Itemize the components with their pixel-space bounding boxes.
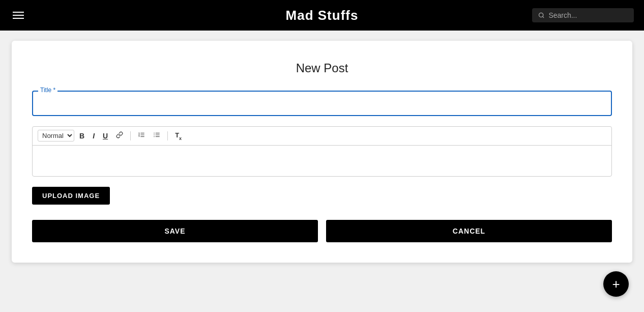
italic-button[interactable]: I <box>90 130 98 141</box>
svg-point-11 <box>154 133 154 133</box>
format-select[interactable]: Normal <box>38 130 74 141</box>
editor-container: Normal B I U 1 <box>32 126 612 177</box>
fab-button[interactable]: + <box>603 271 629 297</box>
svg-text:3: 3 <box>138 135 140 137</box>
bold-button[interactable]: B <box>76 130 87 141</box>
editor-body[interactable] <box>33 146 611 176</box>
svg-line-1 <box>543 16 544 17</box>
search-input[interactable] <box>548 11 628 19</box>
search-icon <box>538 12 544 19</box>
clear-format-button[interactable]: Tx <box>172 130 185 142</box>
link-button[interactable] <box>113 130 126 141</box>
toolbar-divider-1 <box>130 131 131 140</box>
page-title: New Post <box>32 61 612 75</box>
save-button[interactable]: SAVE <box>32 220 318 242</box>
app-header: Mad Stuffs <box>0 0 644 31</box>
action-buttons: SAVE CANCEL <box>32 220 612 242</box>
title-field-wrapper: Title * <box>32 91 612 116</box>
ordered-list-button[interactable]: 1 2 3 <box>135 130 148 141</box>
title-label: Title * <box>38 87 57 94</box>
svg-point-13 <box>154 136 154 137</box>
menu-icon[interactable] <box>10 9 26 21</box>
main-content: New Post Title * Normal B I U <box>0 31 644 273</box>
upload-image-button[interactable]: UPLOAD IMAGE <box>32 187 110 205</box>
toolbar-divider-2 <box>167 131 168 140</box>
new-post-card: New Post Title * Normal B I U <box>12 41 632 263</box>
svg-point-12 <box>154 135 154 135</box>
app-title: Mad Stuffs <box>286 8 359 23</box>
unordered-list-button[interactable] <box>150 130 163 141</box>
cancel-button[interactable]: CANCEL <box>326 220 612 242</box>
editor-toolbar: Normal B I U 1 <box>33 127 611 146</box>
search-bar <box>532 8 634 22</box>
title-input[interactable] <box>39 97 605 111</box>
underline-button[interactable]: U <box>100 130 111 141</box>
